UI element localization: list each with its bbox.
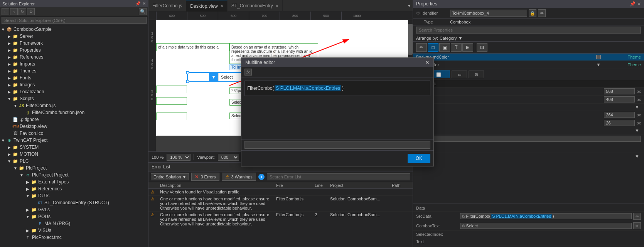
multiline-bottom-input-area [241, 139, 433, 150]
multiline-titlebar: Multiline editor ✕ [241, 58, 433, 67]
multiline-fx-label: fx [244, 69, 252, 76]
expression-highlight: S PLC1.MAIN.aComboxEntries [275, 85, 341, 91]
expression-end: ) [342, 86, 344, 91]
expression-text: FilterCombo( [247, 86, 274, 91]
multiline-ok-btn[interactable]: OK [408, 154, 430, 163]
multiline-dialog: Multiline editor ✕ fx FilterCombo( S PLC… [241, 57, 434, 166]
multiline-bottom-input[interactable] [244, 141, 430, 149]
multiline-content: FilterCombo( S PLC1.MAIN.aComboxEntries … [241, 77, 433, 139]
multiline-toolbar: fx [241, 67, 433, 77]
multiline-title: Multiline editor [245, 60, 275, 65]
multiline-footer: OK [241, 150, 433, 166]
multiline-close-btn[interactable]: ✕ [425, 59, 430, 66]
multiline-expression: FilterCombo( S PLC1.MAIN.aComboxEntries … [244, 81, 430, 96]
multiline-editor-overlay[interactable]: Multiline editor ✕ fx FilterCombo( S PLC… [0, 0, 644, 247]
